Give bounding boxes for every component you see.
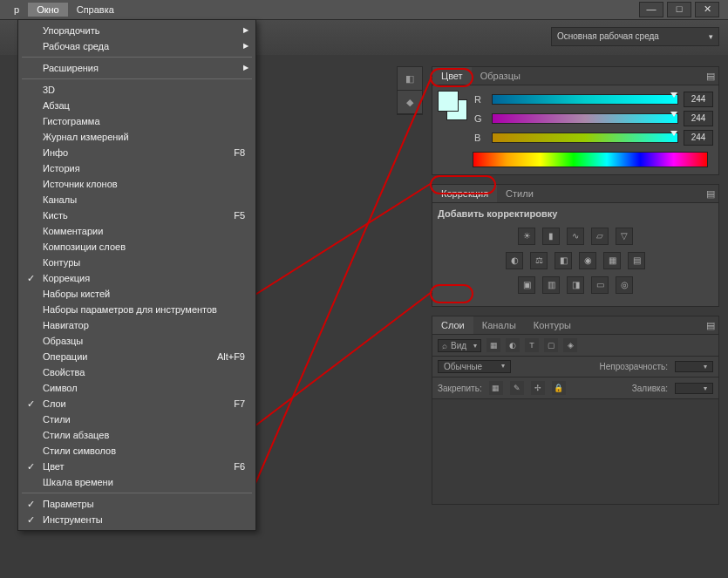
menu-info[interactable]: ИнфоF8 bbox=[18, 145, 255, 160]
tab-channels[interactable]: Каналы bbox=[473, 316, 525, 334]
app-window: р Окно Справка — □ ✕ Основная рабочая ср… bbox=[0, 0, 728, 578]
maximize-button[interactable]: □ bbox=[667, 2, 691, 17]
slider-b[interactable] bbox=[492, 133, 678, 143]
foreground-background-swatch[interactable] bbox=[438, 91, 467, 120]
invert-icon[interactable]: ▣ bbox=[518, 276, 535, 294]
menu-arrange[interactable]: Упорядочить bbox=[18, 23, 255, 38]
menu-channels[interactable]: Каналы bbox=[18, 192, 255, 207]
value-b[interactable]: 244 bbox=[684, 130, 713, 146]
layers-list[interactable] bbox=[432, 399, 718, 504]
opacity-field[interactable] bbox=[675, 361, 713, 372]
balance-icon[interactable]: ⚖ bbox=[530, 252, 548, 269]
menu-paragraph-styles[interactable]: Стили абзацев bbox=[18, 427, 255, 443]
lock-pixels-icon[interactable]: ✎ bbox=[510, 381, 524, 395]
exposure-icon[interactable]: ▱ bbox=[591, 228, 609, 245]
close-button[interactable]: ✕ bbox=[695, 2, 719, 17]
filter-pixel-icon[interactable]: ▦ bbox=[486, 338, 500, 352]
tab-swatches[interactable]: Образцы bbox=[472, 67, 529, 85]
curves-icon[interactable]: ∿ bbox=[567, 228, 584, 245]
menu-tools[interactable]: Инструменты bbox=[18, 512, 255, 527]
title-bar: р Окно Справка — □ ✕ bbox=[0, 0, 728, 20]
levels-icon[interactable]: ▮ bbox=[542, 228, 560, 245]
menu-timeline[interactable]: Шкала времени bbox=[18, 474, 255, 490]
value-r[interactable]: 244 bbox=[684, 92, 713, 107]
tab-paths[interactable]: Контуры bbox=[525, 316, 580, 334]
slider-g[interactable] bbox=[492, 113, 678, 124]
gradient-map-icon[interactable]: ▭ bbox=[591, 276, 609, 294]
tab-color[interactable]: Цвет bbox=[432, 67, 472, 85]
posterize-icon[interactable]: ▥ bbox=[542, 276, 560, 294]
panel-options-icon[interactable]: ▤ bbox=[706, 188, 715, 200]
menu-brush[interactable]: КистьF5 bbox=[18, 207, 255, 223]
menu-layer-comps[interactable]: Композиции слоев bbox=[18, 239, 255, 255]
layers-panel: Слои Каналы Контуры ▤ ⌕ Вид ▦ ◐ T ▢ ◈ Об… bbox=[432, 316, 719, 505]
tab-layers[interactable]: Слои bbox=[432, 316, 473, 334]
lock-transparent-icon[interactable]: ▦ bbox=[489, 381, 503, 395]
window-controls: — □ ✕ bbox=[639, 2, 719, 17]
lookup-icon[interactable]: ▤ bbox=[628, 252, 645, 269]
menu-character-styles[interactable]: Стили символов bbox=[18, 443, 255, 459]
panel-options-icon[interactable]: ▤ bbox=[706, 320, 715, 331]
label-b: B bbox=[474, 133, 486, 143]
menu-3d[interactable]: 3D bbox=[18, 82, 255, 98]
foreground-color-swatch[interactable] bbox=[438, 91, 459, 112]
menu-workspace[interactable]: Рабочая среда bbox=[18, 38, 255, 54]
workspace-selector[interactable]: Основная рабочая среда bbox=[551, 27, 719, 46]
menu-paragraph[interactable]: Абзац bbox=[18, 98, 255, 113]
color-panel: Цвет Образцы ▤ R 244 G bbox=[432, 66, 719, 175]
blend-mode-select[interactable]: Обычные bbox=[438, 360, 511, 373]
filter-adjustment-icon[interactable]: ◐ bbox=[506, 338, 520, 352]
label-r: R bbox=[474, 94, 486, 105]
menu-actions[interactable]: ОперацииAlt+F9 bbox=[18, 349, 255, 364]
lock-label: Закрепить: bbox=[438, 384, 482, 393]
fill-field[interactable] bbox=[675, 383, 713, 394]
lock-all-icon[interactable]: 🔒 bbox=[552, 381, 566, 395]
menu-measurement-log[interactable]: Журнал измерений bbox=[18, 129, 255, 145]
spectrum-bar[interactable] bbox=[473, 152, 708, 167]
menu-clone-source[interactable]: Источник клонов bbox=[18, 176, 255, 192]
photo-filter-icon[interactable]: ◉ bbox=[579, 252, 596, 269]
dock-icon[interactable]: ◧ bbox=[398, 67, 422, 91]
menu-adjustments[interactable]: Коррекция bbox=[18, 270, 255, 286]
tab-styles[interactable]: Стили bbox=[497, 185, 542, 202]
menu-extensions[interactable]: Расширения bbox=[18, 60, 255, 76]
minimize-button[interactable]: — bbox=[639, 2, 663, 17]
value-g[interactable]: 244 bbox=[684, 111, 713, 126]
hue-icon[interactable]: ◐ bbox=[506, 252, 523, 269]
lock-position-icon[interactable]: ✢ bbox=[531, 381, 545, 395]
menu-notes[interactable]: Комментарии bbox=[18, 223, 255, 239]
menu-item-help[interactable]: Справка bbox=[68, 3, 123, 17]
menu-properties[interactable]: Свойства bbox=[18, 364, 255, 380]
mixer-icon[interactable]: ▦ bbox=[603, 252, 621, 269]
menu-item-prev[interactable]: р bbox=[5, 3, 28, 17]
menu-tool-presets[interactable]: Наборы параметров для инструментов bbox=[18, 302, 255, 317]
menu-styles[interactable]: Стили bbox=[18, 411, 255, 427]
filter-shape-icon[interactable]: ▢ bbox=[544, 338, 558, 352]
brightness-icon[interactable]: ☀ bbox=[518, 228, 535, 245]
fill-label: Заливка: bbox=[632, 384, 668, 393]
panel-options-icon[interactable]: ▤ bbox=[706, 71, 715, 82]
menu-color[interactable]: ЦветF6 bbox=[18, 459, 255, 474]
menu-layers[interactable]: СлоиF7 bbox=[18, 396, 255, 411]
filter-type-icon[interactable]: T bbox=[525, 338, 539, 352]
opacity-label: Непрозрачность: bbox=[599, 362, 668, 371]
menu-character[interactable]: Символ bbox=[18, 380, 255, 396]
vibrance-icon[interactable]: ▽ bbox=[616, 228, 633, 245]
menu-histogram[interactable]: Гистограмма bbox=[18, 113, 255, 129]
menu-navigator[interactable]: Навигатор bbox=[18, 317, 255, 333]
dock-icon[interactable]: ◆ bbox=[398, 91, 422, 114]
filter-smart-icon[interactable]: ◈ bbox=[563, 338, 577, 352]
menu-history[interactable]: История bbox=[18, 160, 255, 176]
slider-r[interactable] bbox=[492, 94, 678, 105]
menu-brush-presets[interactable]: Наборы кистей bbox=[18, 286, 255, 302]
window-menu-dropdown: Упорядочить Рабочая среда Расширения 3D … bbox=[17, 19, 256, 531]
selective-color-icon[interactable]: ◎ bbox=[616, 276, 633, 294]
menu-paths[interactable]: Контуры bbox=[18, 255, 255, 270]
bw-icon[interactable]: ◧ bbox=[555, 252, 572, 269]
menu-item-window[interactable]: Окно bbox=[28, 3, 68, 17]
tab-adjustments[interactable]: Коррекция bbox=[432, 185, 497, 202]
menu-swatches[interactable]: Образцы bbox=[18, 333, 255, 349]
menu-options[interactable]: Параметры bbox=[18, 496, 255, 512]
layer-filter-select[interactable]: ⌕ Вид bbox=[438, 339, 481, 352]
threshold-icon[interactable]: ◨ bbox=[567, 276, 584, 294]
